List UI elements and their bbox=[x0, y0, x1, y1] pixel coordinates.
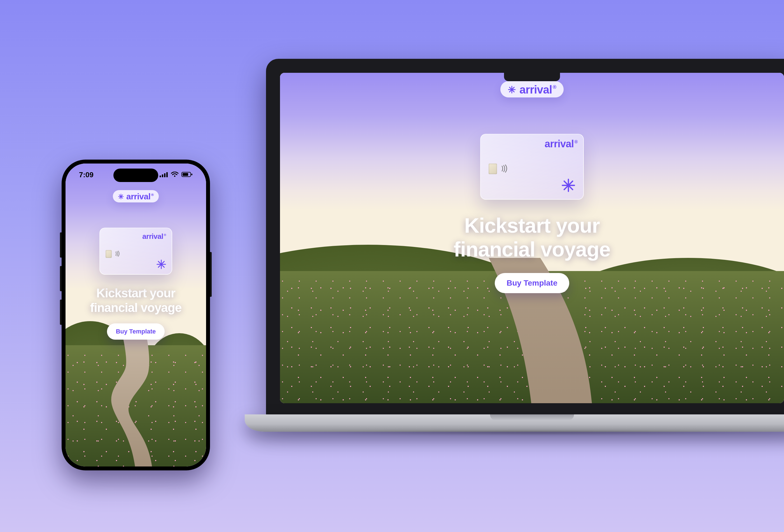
hero-headline: Kickstart your financial voyage bbox=[90, 286, 181, 315]
buy-template-button[interactable]: Buy Template bbox=[107, 324, 165, 340]
svg-rect-11 bbox=[191, 174, 192, 175]
laptop-notch bbox=[504, 73, 560, 81]
buy-template-button[interactable]: Buy Template bbox=[495, 273, 569, 293]
dynamic-island bbox=[113, 169, 158, 182]
spark-icon bbox=[156, 259, 167, 270]
card-brand-label: arrival® bbox=[544, 139, 578, 149]
phone-screen: 7:09 bbox=[65, 164, 206, 467]
phone-mockup: 7:09 bbox=[62, 160, 210, 470]
app-view-desktop: arrival® arrival® bbox=[280, 73, 784, 403]
hero-headline: Kickstart your financial voyage bbox=[454, 214, 610, 261]
svg-point-8 bbox=[174, 175, 175, 177]
laptop-screen: arrival® arrival® bbox=[280, 73, 784, 403]
cellular-icon bbox=[160, 170, 168, 179]
svg-rect-5 bbox=[162, 174, 163, 177]
brand-pill[interactable]: arrival® bbox=[500, 81, 563, 97]
spark-icon bbox=[561, 178, 576, 193]
spark-icon bbox=[508, 85, 516, 94]
brand-name: arrival® bbox=[520, 84, 556, 95]
laptop-base bbox=[245, 414, 784, 432]
wifi-icon bbox=[171, 170, 179, 179]
card-chip-icon bbox=[488, 164, 497, 174]
spark-icon bbox=[118, 194, 124, 200]
status-time: 7:09 bbox=[79, 170, 93, 179]
brand-name: arrival® bbox=[126, 192, 154, 201]
svg-rect-4 bbox=[160, 175, 161, 177]
app-view-mobile: arrival® arrival® Kickstar bbox=[65, 164, 206, 467]
card-brand-label: arrival® bbox=[142, 233, 166, 240]
svg-rect-6 bbox=[164, 173, 166, 177]
card-chip-icon bbox=[106, 250, 112, 258]
brand-pill[interactable]: arrival® bbox=[113, 190, 159, 202]
svg-rect-10 bbox=[183, 173, 188, 176]
nfc-icon bbox=[500, 164, 509, 174]
nfc-icon bbox=[114, 250, 121, 257]
laptop-mockup: arrival® arrival® bbox=[266, 59, 784, 432]
battery-icon bbox=[181, 170, 193, 179]
credit-card-graphic: arrival® bbox=[100, 228, 172, 275]
credit-card-graphic: arrival® bbox=[480, 134, 584, 200]
svg-rect-7 bbox=[166, 172, 168, 177]
